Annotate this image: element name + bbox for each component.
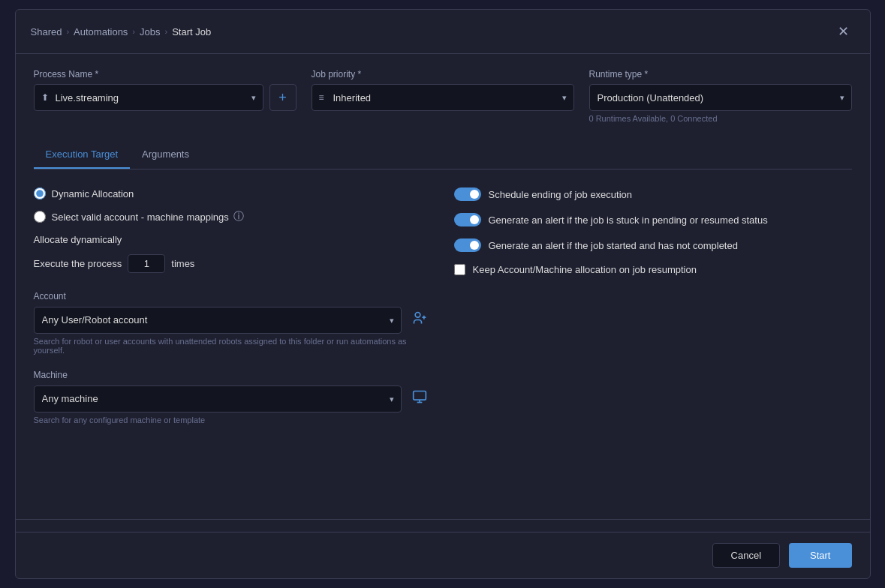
checkbox-keep-allocation: Keep Account/Machine allocation on job r… <box>454 264 852 275</box>
job-priority-wrapper: ≡ Inherited ▾ <box>312 84 574 111</box>
process-select-wrapper: ⬆ Live.streaming ▾ <box>34 84 263 111</box>
breadcrumb: Shared › Automations › Jobs › Start Job <box>31 26 212 38</box>
breadcrumb-shared[interactable]: Shared <box>31 26 62 38</box>
breadcrumb-sep-3: › <box>165 27 168 36</box>
toggle-alert-pending-label[interactable] <box>454 213 481 226</box>
add-machine-button[interactable] <box>408 385 432 412</box>
runtime-info: 0 Runtimes Available, 0 Connected <box>589 114 852 123</box>
tab-execution-target[interactable]: Execution Target <box>34 141 131 169</box>
runtime-type-wrapper: Production (Unattended) ▾ <box>589 84 852 111</box>
start-job-modal: Shared › Automations › Jobs › Start Job … <box>15 9 871 579</box>
cursor-icon: ⬆ <box>41 92 49 103</box>
modal-header: Shared › Automations › Jobs › Start Job … <box>16 10 870 54</box>
footer-divider <box>16 519 870 520</box>
times-label: times <box>171 258 194 269</box>
job-priority-select[interactable]: Inherited <box>312 84 574 111</box>
breadcrumb-jobs[interactable]: Jobs <box>140 26 160 38</box>
modal-footer: Cancel Start <box>16 532 870 578</box>
breadcrumb-sep-1: › <box>66 27 69 36</box>
tab-arguments[interactable]: Arguments <box>130 141 201 169</box>
toggle-alert-started-label[interactable] <box>454 238 481 252</box>
machine-group: Machine Any machine ▾ <box>34 370 432 424</box>
account-select[interactable]: Any User/Robot account <box>34 307 402 334</box>
account-help: Search for robot or user accounts with u… <box>34 337 432 355</box>
left-panel: Dynamic Allocation Select valid account … <box>34 188 432 440</box>
cancel-button[interactable]: Cancel <box>712 543 780 568</box>
process-name-group: Process Name * ⬆ Live.streaming ▾ + <box>34 69 297 123</box>
machine-select-wrapper: Any machine ▾ <box>34 386 402 412</box>
breadcrumb-sep-2: › <box>132 27 135 36</box>
toggle-alert-started: Generate an alert if the job started and… <box>454 238 852 252</box>
toggle-alert-started-text: Generate an alert if the job started and… <box>489 240 738 251</box>
account-label: Account <box>34 291 432 302</box>
select-valid-account-option[interactable]: Select valid account - machine mappings … <box>34 210 432 224</box>
account-group: Account Any User/Robot account ▾ <box>34 291 432 355</box>
execute-process-label: Execute the process <box>34 258 122 269</box>
process-name-select[interactable]: Live.streaming <box>34 84 263 111</box>
toggle-schedule-label[interactable] <box>454 188 481 201</box>
job-priority-label: Job priority * <box>312 69 574 80</box>
start-button[interactable]: Start <box>789 543 851 568</box>
toggle-schedule-ending: Schedule ending of job execution <box>454 188 852 201</box>
machine-help: Search for any configured machine or tem… <box>34 416 432 424</box>
info-icon: ⓘ <box>233 210 244 224</box>
select-valid-account-label: Select valid account - machine mappings … <box>52 210 244 224</box>
toggle-alert-pending-slider <box>454 213 481 226</box>
toggle-alert-pending: Generate an alert if the job is stuck in… <box>454 213 852 226</box>
add-user-button[interactable] <box>408 306 432 334</box>
select-valid-account-radio[interactable] <box>34 211 46 223</box>
account-select-wrapper: Any User/Robot account ▾ <box>34 307 402 334</box>
svg-point-0 <box>415 313 420 318</box>
breadcrumb-current: Start Job <box>172 26 211 38</box>
dynamic-allocation-radio[interactable] <box>34 188 46 200</box>
content-area: Dynamic Allocation Select valid account … <box>34 188 852 440</box>
runtime-type-group: Runtime type * Production (Unattended) ▾… <box>589 69 852 123</box>
toggle-schedule-text: Schedule ending of job execution <box>489 189 633 200</box>
add-process-button[interactable]: + <box>269 84 297 111</box>
runtime-type-label: Runtime type * <box>589 69 852 80</box>
runtime-type-select[interactable]: Production (Unattended) <box>589 84 852 111</box>
right-panel: Schedule ending of job execution Generat… <box>454 188 852 440</box>
process-name-label: Process Name * <box>34 69 297 80</box>
times-input[interactable] <box>128 254 165 273</box>
keep-allocation-checkbox[interactable] <box>454 264 465 275</box>
execute-row: Execute the process times <box>34 254 432 273</box>
dynamic-allocation-label: Dynamic Allocation <box>52 188 134 200</box>
machine-select[interactable]: Any machine <box>34 386 402 412</box>
allocate-dynamically-label: Allocate dynamically <box>34 234 432 245</box>
toggle-alert-pending-text: Generate an alert if the job is stuck in… <box>489 214 768 226</box>
dynamic-allocation-option[interactable]: Dynamic Allocation <box>34 188 432 200</box>
toggle-alert-started-slider <box>454 238 481 252</box>
machine-label: Machine <box>34 370 432 380</box>
top-form-row: Process Name * ⬆ Live.streaming ▾ + Job … <box>34 69 852 123</box>
breadcrumb-automations[interactable]: Automations <box>74 26 128 38</box>
job-priority-group: Job priority * ≡ Inherited ▾ <box>312 69 574 123</box>
close-button[interactable]: ✕ <box>832 20 855 43</box>
modal-body: Process Name * ⬆ Live.streaming ▾ + Job … <box>16 54 870 519</box>
svg-rect-3 <box>413 392 426 400</box>
inherited-icon: ≡ <box>319 92 324 103</box>
toggle-schedule-slider <box>454 188 481 201</box>
process-name-row: ⬆ Live.streaming ▾ + <box>34 84 297 111</box>
keep-allocation-label: Keep Account/Machine allocation on job r… <box>473 264 697 275</box>
account-field-row: Any User/Robot account ▾ <box>34 306 432 334</box>
machine-field-row: Any machine ▾ <box>34 385 432 412</box>
tabs: Execution Target Arguments <box>34 141 852 170</box>
